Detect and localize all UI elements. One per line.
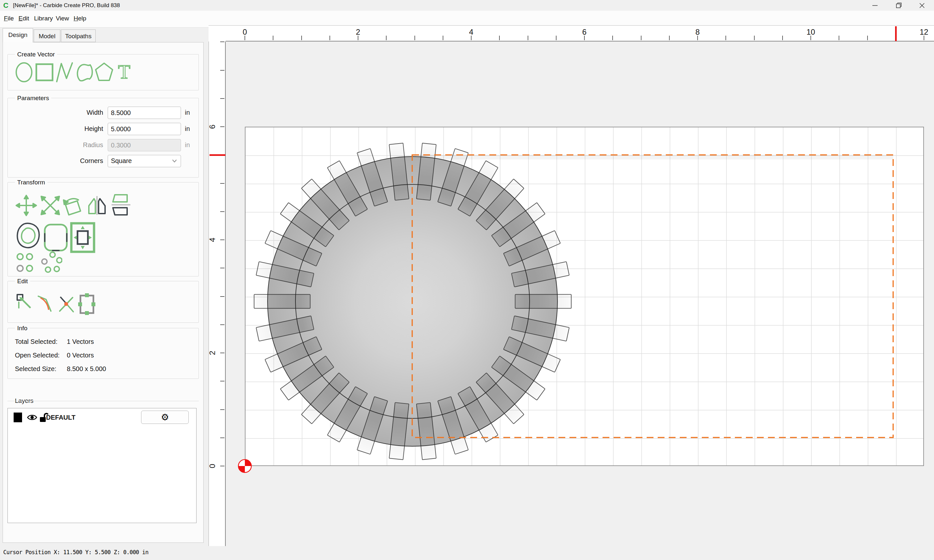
ruler-tick <box>499 35 500 40</box>
info-title: Info <box>15 325 30 332</box>
width-unit: in <box>185 109 190 116</box>
ruler-corner <box>208 25 226 42</box>
text-tool-icon[interactable]: T <box>115 62 134 83</box>
move-tool-icon[interactable] <box>15 195 37 216</box>
tab-model[interactable]: Model <box>34 29 60 42</box>
grid-array-tool-icon[interactable] <box>15 252 37 273</box>
title-bar: C [NewFile]* - Carbide Create PRO, Build… <box>0 0 934 11</box>
fillet-tool-icon[interactable] <box>43 223 69 252</box>
close-icon <box>919 2 925 9</box>
ruler-label: 0 <box>243 28 247 37</box>
menu-library[interactable]: Library <box>34 15 53 22</box>
offset-tool-icon[interactable] <box>15 222 42 252</box>
ruler-tick <box>220 126 224 127</box>
transform-title: Transform <box>15 179 47 186</box>
resize-node-tool-icon[interactable] <box>77 292 97 317</box>
rectangle-tool-icon[interactable] <box>35 62 54 83</box>
ruler-label: 2 <box>208 351 217 355</box>
ruler-tick <box>220 437 224 438</box>
ruler-tick <box>220 183 224 184</box>
gear-icon: ⚙ <box>161 412 169 422</box>
layer-row-default[interactable]: DEFAULT ⚙ <box>8 410 196 426</box>
height-input[interactable] <box>108 123 181 135</box>
height-unit: in <box>185 125 190 132</box>
height-label: Height <box>38 125 103 132</box>
polyline-tool-icon[interactable] <box>55 62 74 83</box>
menu-edit[interactable]: Edit <box>18 15 29 22</box>
edit-curve-tool-icon[interactable] <box>36 293 56 317</box>
ruler-tick <box>220 466 224 466</box>
restore-button[interactable] <box>889 0 909 11</box>
circular-array-tool-icon[interactable] <box>41 251 62 274</box>
transform-group: Transform <box>8 182 199 277</box>
ruler-tick <box>220 240 224 240</box>
window-title: [NewFile]* - Carbide Create PRO, Build 8… <box>13 2 120 9</box>
circle-tool-icon[interactable] <box>15 62 34 83</box>
inset-tool-icon[interactable] <box>70 222 96 253</box>
ruler-tick <box>867 35 868 40</box>
app-logo-icon: C <box>3 1 8 10</box>
ruler-tick <box>273 35 273 40</box>
corners-label: Corners <box>38 157 103 165</box>
sidebar: Design Model Toolpaths Create Vector T <box>0 28 208 546</box>
radius-label: Radius <box>38 141 103 149</box>
trim-tool-icon[interactable] <box>56 293 76 317</box>
ruler-tick <box>415 35 415 40</box>
flip-vertical-tool-icon[interactable] <box>110 193 132 216</box>
menu-view[interactable]: View <box>56 15 69 22</box>
layer-name: DEFAULT <box>46 414 76 421</box>
ruler-tick <box>782 35 783 40</box>
design-canvas[interactable] <box>226 42 934 546</box>
edit-group: Edit <box>8 281 199 323</box>
ruler-tick <box>220 268 224 268</box>
cursor-y-indicator <box>210 154 225 156</box>
ruler-tick <box>528 35 528 40</box>
ruler-label: 8 <box>695 28 700 37</box>
ruler-label: 2 <box>356 28 360 37</box>
ruler-label: 4 <box>469 28 473 37</box>
corners-value: Square <box>111 157 132 164</box>
edit-title: Edit <box>15 278 30 285</box>
selection-rectangle[interactable] <box>412 155 893 437</box>
info-total-selected: Total Selected:1 Vectors <box>15 338 57 345</box>
width-label: Width <box>38 109 103 116</box>
tab-design[interactable]: Design <box>3 28 33 43</box>
cursor-x-indicator <box>895 26 897 41</box>
scale-tool-icon[interactable] <box>40 195 61 216</box>
curve-tool-icon[interactable] <box>75 62 94 83</box>
ruler-tick <box>641 35 641 40</box>
polygon-tool-icon[interactable] <box>95 62 114 83</box>
layer-color-swatch[interactable] <box>14 412 22 422</box>
ruler-tick <box>556 35 556 40</box>
origin-marker[interactable] <box>238 459 252 473</box>
corners-select[interactable]: Square <box>108 155 181 167</box>
menu-file[interactable]: File <box>4 15 14 22</box>
close-button[interactable] <box>912 0 932 11</box>
visibility-eye-icon[interactable] <box>26 413 38 422</box>
mirror-horizontal-tool-icon[interactable] <box>86 195 108 216</box>
create-vector-title: Create Vector <box>15 51 57 58</box>
svg-text:T: T <box>118 62 130 83</box>
node-edit-tool-icon[interactable] <box>15 293 35 317</box>
cursor-position-text: Cursor Position X: 11.500 Y: 5.500 Z: 0.… <box>3 549 148 555</box>
ruler-tick <box>220 352 224 353</box>
ruler-label: 12 <box>920 28 928 37</box>
ruler-label: 4 <box>208 237 217 242</box>
tab-toolpaths[interactable]: Toolpaths <box>61 29 96 42</box>
parameters-group: Parameters Width in Height in Radius in … <box>8 98 199 178</box>
layer-settings-button[interactable]: ⚙ <box>141 411 189 424</box>
ruler-tick <box>220 325 224 325</box>
ruler-tick <box>220 409 224 410</box>
restore-icon <box>896 2 902 9</box>
width-input[interactable] <box>108 107 181 119</box>
radius-input <box>108 139 181 151</box>
vertical-ruler: 6420 <box>208 42 226 546</box>
rotate-tool-icon[interactable] <box>62 195 84 216</box>
ruler-tick <box>220 211 224 212</box>
menu-help[interactable]: Help <box>74 15 86 22</box>
ruler-tick <box>220 70 224 71</box>
minimize-icon <box>872 2 878 9</box>
info-group: Info Total Selected:1 Vectors Open Selec… <box>8 328 199 379</box>
minimize-button[interactable] <box>865 0 885 11</box>
chevron-down-icon <box>172 160 177 162</box>
